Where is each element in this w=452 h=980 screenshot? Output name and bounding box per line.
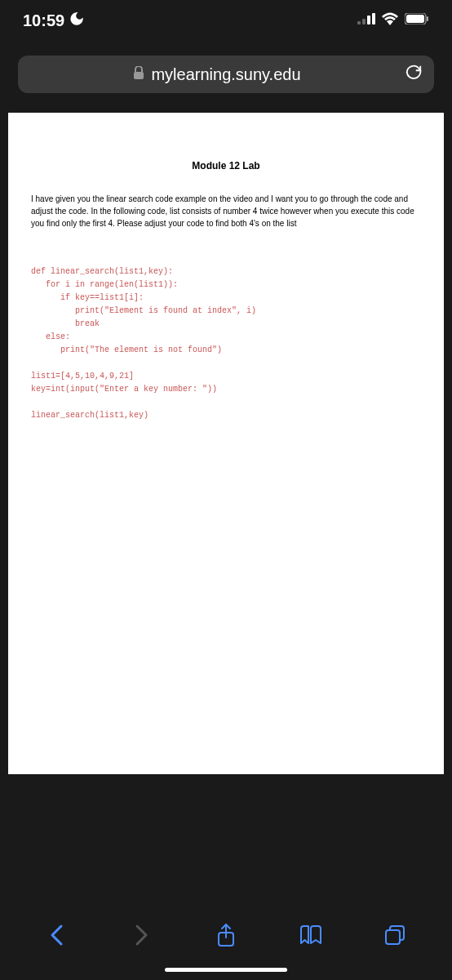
code-line: print("The element is not found") (31, 345, 222, 354)
svg-rect-0 (357, 21, 361, 24)
tabs-button[interactable] (379, 919, 411, 951)
svg-rect-7 (134, 72, 144, 79)
svg-rect-10 (386, 930, 400, 944)
battery-icon (405, 13, 429, 28)
bookmarks-button[interactable] (295, 919, 327, 951)
wifi-icon (382, 12, 398, 29)
code-line: for i in range(len(list1)): (31, 280, 178, 289)
code-line: print("Element is found at index", i) (31, 306, 256, 315)
code-line: break (31, 319, 100, 328)
svg-rect-2 (367, 16, 370, 24)
status-left: 10:59 (23, 11, 84, 30)
document-intro: I have given you the linear search code … (31, 193, 421, 229)
status-bar: 10:59 (0, 0, 452, 41)
status-right (357, 12, 429, 29)
code-line: else: (31, 332, 70, 341)
svg-rect-3 (372, 13, 375, 24)
code-block: def linear_search(list1,key): for i in r… (31, 252, 421, 435)
share-button[interactable] (210, 919, 242, 951)
moon-icon (69, 11, 84, 30)
document-title: Module 12 Lab (31, 160, 421, 172)
home-indicator[interactable] (165, 968, 287, 972)
refresh-icon[interactable] (405, 64, 423, 85)
code-line: list1=[4,5,10,4,9,21] (31, 372, 134, 381)
cellular-icon (357, 13, 375, 28)
code-line: key=int(input("Enter a key number: ")) (31, 385, 217, 394)
forward-button (125, 919, 157, 951)
code-line: linear_search(list1,key) (31, 411, 148, 420)
back-button[interactable] (41, 919, 73, 951)
code-line: if key==list1[i]: (31, 293, 144, 302)
document-content[interactable]: Module 12 Lab I have given you the linea… (8, 113, 444, 774)
svg-rect-5 (406, 15, 424, 23)
address-center: mylearning.suny.edu (29, 65, 405, 84)
svg-rect-6 (427, 16, 428, 21)
address-bar[interactable]: mylearning.suny.edu (18, 56, 434, 93)
code-line: def linear_search(list1,key): (31, 267, 173, 276)
lock-icon (133, 66, 144, 82)
url-text: mylearning.suny.edu (151, 65, 300, 84)
status-time: 10:59 (23, 11, 64, 30)
svg-rect-1 (362, 19, 366, 24)
